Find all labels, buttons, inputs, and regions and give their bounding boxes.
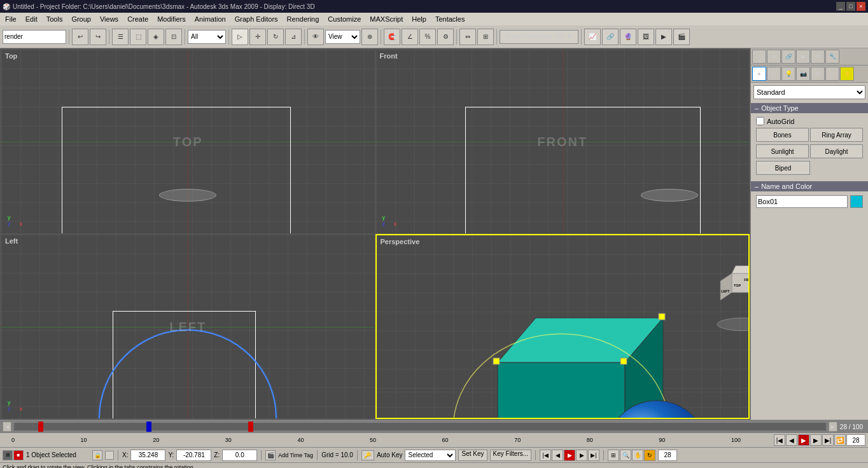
arc-rotate-btn[interactable]: ↻: [644, 450, 655, 461]
select-all-button[interactable]: ◈: [148, 29, 164, 45]
panel-display-icon[interactable]: 👁: [811, 50, 825, 64]
next-frame-button[interactable]: ▶: [810, 434, 822, 446]
panel-camera-icon[interactable]: 📷: [796, 67, 810, 81]
goto-end-button[interactable]: ▶|: [822, 434, 834, 446]
render-input[interactable]: [3, 30, 66, 44]
viewport-front[interactable]: Front FRONT y z x: [375, 49, 750, 234]
menu-help[interactable]: Help: [408, 14, 430, 24]
panel-geometry-icon[interactable]: ●: [752, 67, 766, 81]
snap-toggle-button[interactable]: 🧲: [384, 29, 400, 45]
status-prev-frame[interactable]: ◀: [552, 450, 563, 461]
menu-rendering[interactable]: Rendering: [283, 14, 323, 24]
bones-button[interactable]: Bones: [756, 128, 809, 142]
play-button[interactable]: ▶: [798, 434, 809, 446]
frame-number-input[interactable]: [658, 450, 677, 461]
timeline-scroll-right[interactable]: ▶: [829, 422, 837, 432]
render-frame-button[interactable]: 🎬: [673, 29, 690, 45]
autogrid-checkbox[interactable]: [756, 117, 764, 125]
zoom-extents-btn[interactable]: ⊞: [608, 450, 619, 461]
menu-tools[interactable]: Tools: [43, 14, 67, 24]
quick-render-button[interactable]: ▶: [655, 29, 672, 45]
percent-snap-button[interactable]: %: [419, 29, 436, 45]
reference-coord-button[interactable]: 👁: [307, 29, 324, 45]
filter-dropdown[interactable]: All Geometry Shapes Lights Cameras: [188, 30, 226, 44]
schematic-view-button[interactable]: 🔗: [602, 29, 619, 45]
play-mode-button[interactable]: 🔁: [834, 434, 846, 446]
menu-create[interactable]: Create: [123, 14, 152, 24]
timeline-bar[interactable]: [14, 423, 826, 430]
status-play[interactable]: ▶: [564, 450, 575, 461]
select-move-button[interactable]: ✛: [249, 29, 266, 45]
y-coord-input[interactable]: [176, 450, 211, 461]
snap-settings-button[interactable]: ⚙: [437, 29, 454, 45]
viewport-left[interactable]: Left LEFT y z x: [1, 234, 375, 419]
panel-type-dropdown[interactable]: Standard Extended Compound Particle: [753, 85, 865, 99]
panel-space-warp-icon[interactable]: ~: [825, 67, 839, 81]
panel-light-icon[interactable]: 💡: [781, 67, 795, 81]
viewport-perspective[interactable]: Perspective: [375, 234, 750, 419]
biped-button[interactable]: Biped: [756, 161, 810, 175]
panel-shape-icon[interactable]: ⬡: [767, 67, 781, 81]
menu-tentacles[interactable]: Tentacles: [431, 14, 468, 24]
add-time-tag-icon[interactable]: 🎬: [265, 450, 276, 460]
type-select[interactable]: Standard Extended Compound Particle: [753, 85, 865, 99]
status-next-frame[interactable]: ▶: [576, 450, 587, 461]
daylight-button[interactable]: Daylight: [810, 144, 863, 158]
maximize-button[interactable]: □: [846, 2, 855, 11]
status-goto-end[interactable]: ▶|: [588, 450, 599, 461]
selected-dropdown[interactable]: Selected All None: [405, 450, 456, 461]
timeline-scroll-left[interactable]: ◀: [3, 422, 11, 432]
menu-customize[interactable]: Customize: [324, 14, 365, 24]
panel-helper-icon[interactable]: ⊕: [811, 67, 825, 81]
pivot-button[interactable]: ⊕: [361, 29, 378, 45]
panel-motion-icon[interactable]: ▶: [796, 50, 810, 64]
undo-button[interactable]: ↩: [72, 29, 88, 45]
view-dropdown[interactable]: View World Screen Local: [325, 30, 360, 44]
menu-file[interactable]: File: [1, 14, 20, 24]
angle-snap-button[interactable]: ∠: [402, 29, 418, 45]
mirror-button[interactable]: ⇔: [459, 29, 476, 45]
set-key-button[interactable]: Set Key: [458, 450, 487, 461]
material-editor-button[interactable]: 🔮: [620, 29, 636, 45]
status-icon-1[interactable]: ⊞: [3, 450, 13, 460]
menu-modifiers[interactable]: Modifiers: [153, 14, 190, 24]
menu-graph-editors[interactable]: Graph Editors: [231, 14, 282, 24]
panel-create-icon[interactable]: +: [752, 50, 766, 64]
render-scene-button[interactable]: 🖼: [638, 29, 654, 45]
object-color-swatch[interactable]: [850, 195, 863, 208]
menu-maxscript[interactable]: MAXScript: [366, 14, 407, 24]
x-coord-input[interactable]: [130, 450, 165, 461]
redo-button[interactable]: ↪: [90, 29, 106, 45]
object-type-header[interactable]: – Object Type: [751, 103, 868, 113]
select-scale-button[interactable]: ⊿: [285, 29, 302, 45]
select-tool-button[interactable]: ▷: [232, 29, 248, 45]
viewport-top[interactable]: Top TOP y z x: [1, 49, 375, 234]
panel-hierarchy-icon[interactable]: 🔗: [781, 50, 795, 64]
zoom-region-btn[interactable]: 🔍: [620, 450, 631, 461]
panel-modify-icon[interactable]: ⟳: [767, 50, 781, 64]
lock-icon-button[interactable]: 🔒: [92, 450, 102, 460]
curve-editor-button[interactable]: 📈: [584, 29, 601, 45]
create-selection-set-button[interactable]: Create Selection Set ▼: [500, 30, 578, 44]
menu-group[interactable]: Group: [67, 14, 95, 24]
array-button[interactable]: ⊞: [477, 29, 494, 45]
panel-system-icon[interactable]: ⚡: [840, 67, 854, 81]
pan-btn[interactable]: ✋: [632, 450, 643, 461]
select-by-name-button[interactable]: ☰: [112, 29, 129, 45]
panel-utilities-icon[interactable]: 🔧: [825, 50, 839, 64]
minimize-button[interactable]: _: [836, 2, 845, 11]
menu-animation[interactable]: Animation: [191, 14, 230, 24]
object-name-input[interactable]: [756, 195, 848, 208]
z-coord-input[interactable]: [222, 450, 257, 461]
frame-input[interactable]: [846, 434, 865, 446]
select-region-button[interactable]: ⬚: [130, 29, 146, 45]
timeline-track[interactable]: ◀ ▶ 28 / 100: [0, 420, 868, 433]
sunlight-button[interactable]: Sunlight: [756, 144, 809, 158]
select-rotate-button[interactable]: ↻: [267, 29, 284, 45]
close-button[interactable]: ×: [857, 2, 865, 11]
menu-edit[interactable]: Edit: [22, 14, 41, 24]
name-color-header[interactable]: – Name and Color: [751, 181, 868, 191]
menu-views[interactable]: Views: [96, 14, 122, 24]
goto-start-button[interactable]: |◀: [774, 434, 785, 446]
select-none-button[interactable]: ⊡: [165, 29, 182, 45]
